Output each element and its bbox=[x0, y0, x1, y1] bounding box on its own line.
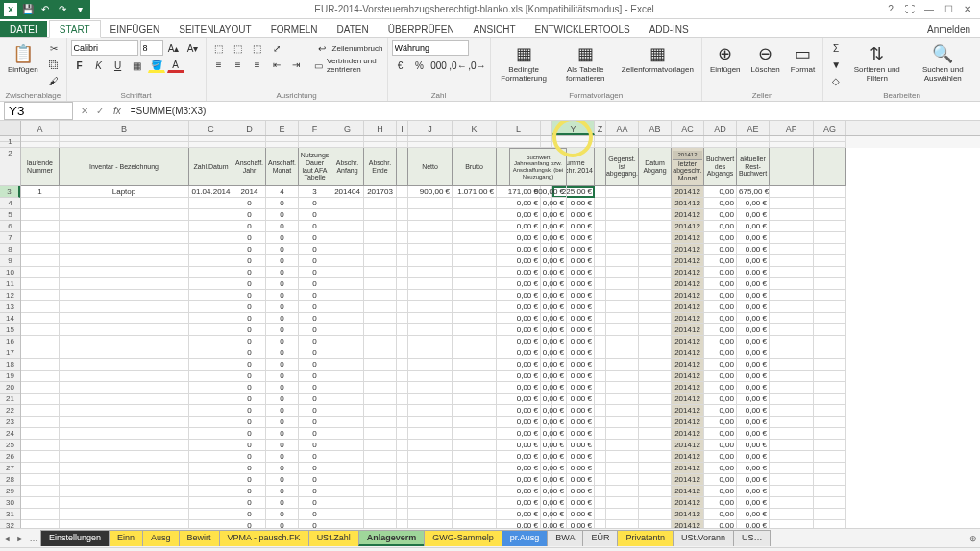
cell[interactable] bbox=[606, 278, 639, 290]
cell[interactable] bbox=[397, 359, 408, 371]
cell[interactable] bbox=[606, 347, 639, 359]
cell[interactable] bbox=[364, 336, 397, 347]
fill-color-icon[interactable]: 🪣 bbox=[148, 58, 165, 73]
cell[interactable] bbox=[397, 301, 408, 313]
row-header[interactable]: 30 bbox=[0, 497, 20, 509]
cell[interactable]: 0 bbox=[233, 221, 266, 232]
row-header[interactable]: 9 bbox=[0, 255, 20, 267]
insert-cells-button[interactable]: ⊕Einfügen bbox=[706, 40, 745, 77]
cell[interactable] bbox=[364, 244, 397, 255]
cell[interactable]: 0,00 bbox=[704, 474, 737, 486]
cell[interactable] bbox=[60, 440, 189, 451]
cell[interactable]: 201412 bbox=[672, 336, 704, 347]
cell[interactable] bbox=[21, 497, 60, 509]
cell[interactable] bbox=[189, 497, 233, 509]
row-header[interactable]: 20 bbox=[0, 382, 20, 394]
cell[interactable] bbox=[397, 255, 408, 267]
sort-filter-button[interactable]: ⇅Sortieren und Filtern bbox=[847, 40, 906, 85]
cell[interactable] bbox=[595, 209, 606, 221]
cell[interactable]: 0 bbox=[233, 324, 266, 336]
cell[interactable] bbox=[606, 463, 639, 474]
sheet-tab-e-r[interactable]: EÜR bbox=[582, 530, 618, 546]
sheet-tab-vpma-pausch-fk[interactable]: VPMA - pausch.FK bbox=[219, 530, 309, 546]
cell[interactable] bbox=[606, 255, 639, 267]
cell[interactable]: 0,00 bbox=[704, 347, 737, 359]
cell[interactable] bbox=[60, 290, 189, 301]
cell[interactable] bbox=[397, 405, 408, 417]
cell[interactable] bbox=[331, 209, 364, 221]
cell[interactable] bbox=[331, 451, 364, 463]
cell[interactable]: 0,00 € bbox=[737, 520, 770, 528]
col-header-AD[interactable]: AD bbox=[704, 121, 737, 135]
cell[interactable] bbox=[770, 359, 814, 371]
cell[interactable] bbox=[189, 405, 233, 417]
cell[interactable] bbox=[595, 463, 606, 474]
cell[interactable] bbox=[606, 486, 639, 497]
cell[interactable]: 201703 bbox=[364, 186, 397, 198]
cell[interactable]: 0,00 € bbox=[737, 324, 770, 336]
cell[interactable] bbox=[639, 394, 672, 405]
border-icon[interactable]: ▦ bbox=[129, 58, 146, 73]
cell[interactable]: 0,00 bbox=[704, 198, 737, 209]
cell[interactable]: 0 bbox=[299, 232, 331, 244]
cell[interactable] bbox=[397, 417, 408, 428]
italic-button[interactable]: K bbox=[90, 58, 108, 73]
cell[interactable] bbox=[189, 428, 233, 440]
cut-icon[interactable]: ✂ bbox=[45, 40, 62, 56]
col-header-L[interactable]: L bbox=[497, 121, 541, 135]
cell[interactable] bbox=[364, 301, 397, 313]
cell[interactable] bbox=[397, 324, 408, 336]
align-center-icon[interactable]: ≡ bbox=[230, 57, 247, 72]
align-top-icon[interactable]: ⬚ bbox=[210, 40, 228, 56]
cell-buchwert[interactable]: 0,00 € bbox=[509, 221, 567, 232]
tab-einfügen[interactable]: EINFÜGEN bbox=[101, 21, 170, 37]
sheet-tab-gwg-sammelp[interactable]: GWG-Sammelp bbox=[424, 530, 502, 546]
cell[interactable] bbox=[408, 497, 453, 509]
cell[interactable]: 0 bbox=[233, 520, 266, 528]
cell[interactable] bbox=[331, 428, 364, 440]
cell[interactable] bbox=[814, 451, 846, 463]
grow-font-icon[interactable]: A▴ bbox=[165, 40, 183, 56]
cell[interactable]: 0 bbox=[299, 394, 331, 405]
cell[interactable]: 0 bbox=[266, 497, 299, 509]
cell[interactable] bbox=[364, 463, 397, 474]
cell[interactable] bbox=[770, 347, 814, 359]
cell[interactable]: 0 bbox=[266, 324, 299, 336]
row-header[interactable]: 4 bbox=[0, 198, 20, 209]
cell[interactable] bbox=[408, 371, 453, 382]
cell[interactable] bbox=[595, 359, 606, 371]
cell[interactable] bbox=[770, 451, 814, 463]
cell[interactable]: 0,00 bbox=[704, 267, 737, 278]
cell[interactable]: 0 bbox=[233, 336, 266, 347]
cell[interactable]: 0 bbox=[299, 371, 331, 382]
row-header[interactable]: 15 bbox=[0, 324, 20, 336]
cell[interactable]: 3 bbox=[299, 186, 331, 198]
cell[interactable] bbox=[408, 255, 453, 267]
cell[interactable] bbox=[453, 463, 497, 474]
cell[interactable] bbox=[453, 255, 497, 267]
cell[interactable] bbox=[606, 497, 639, 509]
cell[interactable]: 0 bbox=[266, 382, 299, 394]
cell[interactable]: 201412 bbox=[672, 394, 704, 405]
cell[interactable] bbox=[331, 359, 364, 371]
cell[interactable] bbox=[814, 313, 846, 324]
cell[interactable] bbox=[814, 186, 846, 198]
cell[interactable]: 0,00 bbox=[704, 417, 737, 428]
cell[interactable]: 2014 bbox=[233, 186, 266, 198]
cell[interactable] bbox=[595, 290, 606, 301]
cell-buchwert[interactable]: 0,00 € bbox=[509, 463, 567, 474]
row-header[interactable]: 10 bbox=[0, 267, 20, 278]
cell[interactable] bbox=[639, 509, 672, 520]
cell[interactable] bbox=[770, 336, 814, 347]
cell[interactable] bbox=[364, 486, 397, 497]
cell[interactable] bbox=[639, 451, 672, 463]
row-header[interactable]: 26 bbox=[0, 451, 20, 463]
cell[interactable] bbox=[189, 313, 233, 324]
cell[interactable] bbox=[595, 278, 606, 290]
delete-cells-button[interactable]: ⊖Löschen bbox=[747, 40, 784, 77]
cell-buchwert[interactable]: 0,00 € bbox=[509, 232, 567, 244]
tab-seitenlayout[interactable]: SEITENLAYOUT bbox=[169, 21, 260, 37]
cell[interactable] bbox=[639, 520, 672, 528]
cell[interactable] bbox=[60, 509, 189, 520]
cell[interactable] bbox=[408, 463, 453, 474]
